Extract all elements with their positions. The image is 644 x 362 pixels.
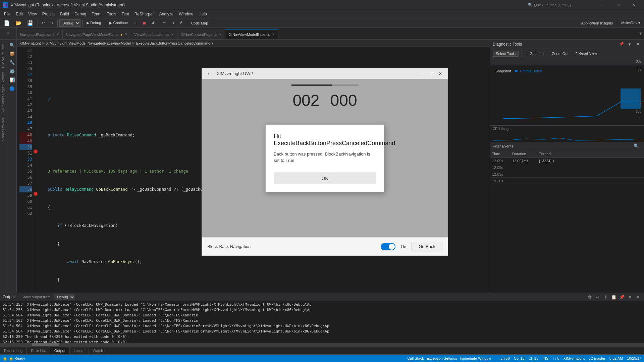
menu-debug[interactable]: Debug [72,10,89,18]
event-row-1[interactable]: 12.09s 12.097ms [13224] < [490,158,644,164]
events-rows[interactable]: 12.09s 12.097ms [13224] < 12.09s 12.09s … [490,158,644,293]
output-clear-btn[interactable]: 🗑 [586,294,593,300]
event-row-4[interactable]: 19.36s [490,178,644,184]
status-branch[interactable]: ⎇ master [589,356,605,361]
breakpoint-1[interactable] [34,149,38,154]
tab-list-btn[interactable]: ▼ [637,28,644,39]
block-nav-toggle[interactable] [381,243,395,250]
restore-button[interactable]: □ [610,0,626,10]
sidebar-toggle[interactable]: ≡ [0,28,17,39]
status-project[interactable]: XfMvvmLight [564,356,585,360]
output-content[interactable]: 51:54.253 'XfMvvmLight.UWP.exe' (CoreCLR… [0,301,644,343]
go-back-button[interactable]: Go Back [412,242,442,251]
account-btn[interactable]: MsiccDev ▾ [619,19,643,27]
output-pin-btn[interactable]: 📌 [619,294,625,300]
tab-close[interactable]: ✕ [219,33,222,36]
codemap-btn[interactable]: Code Map [189,19,211,27]
breakpoint-2[interactable] [34,192,38,196]
sidebar-icon-1[interactable]: 🔍 [8,41,16,49]
immediate-window-tab[interactable]: Immediate Window [460,356,491,360]
output-copy-btn[interactable]: 📋 [610,294,617,300]
uwp-close-btn[interactable]: ✕ [436,69,445,78]
tab-navigatedpage-xaml[interactable]: NavigatedPage.xaml ✕ [17,29,63,39]
menu-window[interactable]: Window [176,10,196,18]
new-project-btn[interactable]: 📄 [1,19,12,27]
stop-btn[interactable]: ⏹ [140,19,149,27]
code-editor[interactable]: 31 32 33 35 37 38 39 40 41 42 43 44 46 4… [17,47,490,293]
step-over-btn[interactable]: ↷ [161,19,168,27]
tab-close[interactable]: ✕ [272,33,275,36]
tab-watch-1[interactable]: Watch 1 [89,347,111,354]
menu-resharper[interactable]: ReSharper [132,10,157,18]
reset-view-btn[interactable]: ↺ Reset View [573,50,599,57]
app-insights-btn[interactable]: Application Insights [579,19,615,27]
tab-xfnavcontentpage[interactable]: XfNavContentPage.cs ✕ [177,29,225,39]
output-wrap-btn[interactable]: ↵ [594,294,601,300]
continue-btn[interactable]: ▶ Continue [107,19,130,27]
modal-ok-button[interactable]: OK [274,172,376,184]
zoom-in-btn[interactable]: + Zoom In [525,50,546,57]
output-source-select[interactable]: Debug [54,294,75,300]
uwp-restore-btn[interactable]: □ [426,69,436,78]
output-menu-btn[interactable]: ▼ [627,294,633,300]
uwp-minimize-btn[interactable]: ─ [417,69,426,78]
live-visual-tree-tab[interactable]: Live Visual Tree [0,42,7,70]
sql-server-tab[interactable]: SQL Server Object Explorer [0,70,7,116]
menu-build[interactable]: Build [57,10,72,18]
sidebar-icon-5[interactable]: 📊 [8,76,16,84]
event-row-2[interactable]: 12.09s [490,164,644,171]
tab-xfnavviewmodelbase[interactable]: XfNavViewModelBase.cs ✕ [225,29,278,39]
tab-device-log[interactable]: Device Log [0,347,27,354]
menu-project[interactable]: Project [40,10,57,18]
events-search-btn[interactable]: 🔍 [631,142,641,150]
menu-view[interactable]: View [25,10,40,18]
output-horizontal-scrollbar[interactable] [0,343,644,346]
close-button[interactable]: ✕ [626,0,641,10]
tab-viewmodellocator[interactable]: ViewModelLocator.cs ✕ [131,29,178,39]
select-tools-button[interactable]: Select Tools [493,51,519,57]
pause-btn[interactable]: ⏸ [131,19,140,27]
diag-tools-header: Diagnostic Tools 📌 ▼ ✕ [490,40,644,49]
output-close-btn[interactable]: ✕ [635,294,641,300]
menu-team[interactable]: Team [89,10,104,18]
tab-close[interactable]: ✕ [56,33,59,36]
tab-error-list[interactable]: Error List [27,347,50,354]
debug-btn[interactable]: ▶ Debug [84,19,103,27]
tab-output[interactable]: Output [50,347,70,354]
tab-close[interactable]: ✕ [125,33,127,36]
diag-pin-btn[interactable]: 📌 [618,41,625,48]
tab-locals[interactable]: Locals [70,347,89,354]
call-stack-tab[interactable]: Call Stack [407,356,424,360]
debug-mode-select[interactable]: Debug [59,19,80,27]
output-scroll-btn[interactable]: ⬇ [602,294,609,300]
server-explorer-tab[interactable]: Server Explorer [0,116,7,143]
output-scroll-thumb[interactable] [32,343,59,346]
menu-file[interactable]: File [1,10,13,18]
event-row-3[interactable]: 12.09s [490,171,644,178]
menu-analyze[interactable]: Analyze [157,10,176,18]
redo-btn[interactable]: ↪ [48,19,56,27]
restart-btn[interactable]: ↺ [149,19,157,27]
diag-menu-btn[interactable]: ▼ [626,41,633,48]
tab-close[interactable]: ✕ [171,33,174,36]
undo-btn[interactable]: ↩ [40,19,47,27]
sidebar-icon-3[interactable]: 🔧 [8,58,16,66]
diag-close-btn[interactable]: ✕ [634,41,641,48]
step-into-btn[interactable]: ↴ [169,19,177,27]
quick-launch[interactable]: 🔍 Quick Launch (Ctrl+Q) [528,0,595,10]
menu-test[interactable]: Test [119,10,132,18]
menu-edit[interactable]: Edit [13,10,25,18]
open-btn[interactable]: 📂 [13,19,24,27]
zoom-out-btn[interactable]: - Zoom Out [548,50,571,57]
exception-settings-tab[interactable]: Exception Settings [427,356,457,360]
minimize-button[interactable]: ─ [595,0,610,10]
save-btn[interactable]: 💾 [25,19,36,27]
step-out-btn[interactable]: ↱ [177,19,185,27]
menu-tools[interactable]: Tools [104,10,119,18]
sidebar-icon-4[interactable]: ⚙️ [8,67,16,75]
sidebar-icon-2[interactable]: 📦 [8,50,16,58]
uwp-back-button[interactable]: ← [205,69,214,78]
tab-navigatedpageviewmodel[interactable]: NavigatedPageViewModelCs.cs ● ✕ [63,29,131,39]
menu-help[interactable]: Help [196,10,210,18]
sidebar-icon-6[interactable]: 🔵 [8,84,16,93]
